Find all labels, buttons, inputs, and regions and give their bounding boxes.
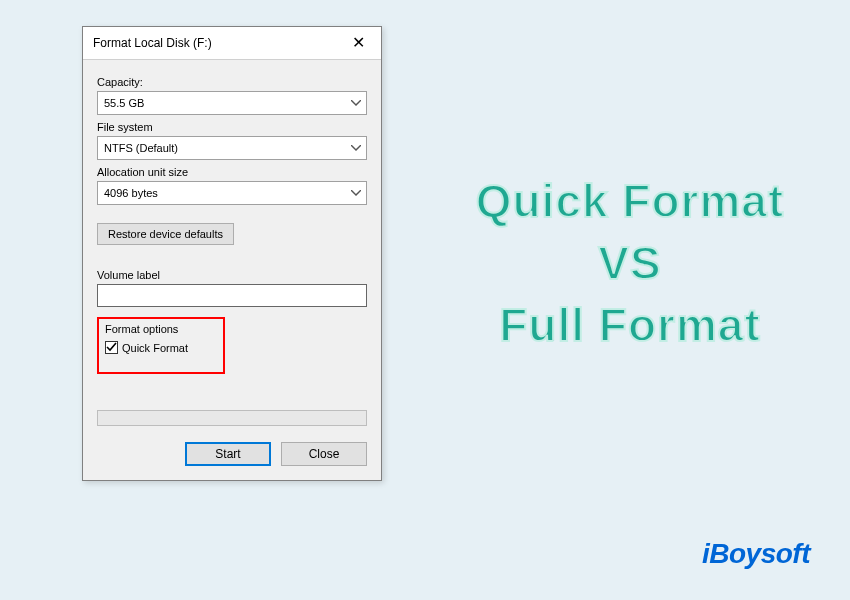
- filesystem-value: NTFS (Default): [104, 142, 178, 154]
- format-options-group: Format options Quick Format: [97, 317, 225, 374]
- quick-format-label: Quick Format: [122, 342, 188, 354]
- capacity-select[interactable]: 55.5 GB: [97, 91, 367, 115]
- dialog-body: Capacity: 55.5 GB File system NTFS (Defa…: [83, 60, 381, 480]
- headline-line-3: Full Format: [440, 294, 820, 356]
- quick-format-checkbox[interactable]: [105, 341, 118, 354]
- format-options-label: Format options: [105, 323, 217, 335]
- close-icon[interactable]: ✕: [346, 33, 371, 53]
- headline-line-1: Quick Format: [440, 170, 820, 232]
- close-button[interactable]: Close: [281, 442, 367, 466]
- allocation-value: 4096 bytes: [104, 187, 158, 199]
- quick-format-row: Quick Format: [105, 341, 217, 354]
- volume-label-label: Volume label: [97, 269, 367, 281]
- headline: Quick Format VS Full Format: [440, 170, 820, 356]
- capacity-value: 55.5 GB: [104, 97, 144, 109]
- headline-line-2: VS: [440, 232, 820, 294]
- filesystem-select[interactable]: NTFS (Default): [97, 136, 367, 160]
- close-button-label: Close: [309, 447, 340, 461]
- capacity-label: Capacity:: [97, 76, 367, 88]
- start-button-label: Start: [215, 447, 240, 461]
- button-row: Start Close: [97, 442, 367, 466]
- volume-label-input[interactable]: [97, 284, 367, 307]
- allocation-label: Allocation unit size: [97, 166, 367, 178]
- format-dialog: Format Local Disk (F:) ✕ Capacity: 55.5 …: [82, 26, 382, 481]
- brand-logo: iBoysoft: [702, 538, 810, 570]
- filesystem-label: File system: [97, 121, 367, 133]
- progress-bar: [97, 410, 367, 426]
- restore-defaults-button[interactable]: Restore device defaults: [97, 223, 234, 245]
- titlebar: Format Local Disk (F:) ✕: [83, 27, 381, 60]
- start-button[interactable]: Start: [185, 442, 271, 466]
- window-title: Format Local Disk (F:): [93, 36, 212, 50]
- allocation-select[interactable]: 4096 bytes: [97, 181, 367, 205]
- restore-defaults-label: Restore device defaults: [108, 228, 223, 240]
